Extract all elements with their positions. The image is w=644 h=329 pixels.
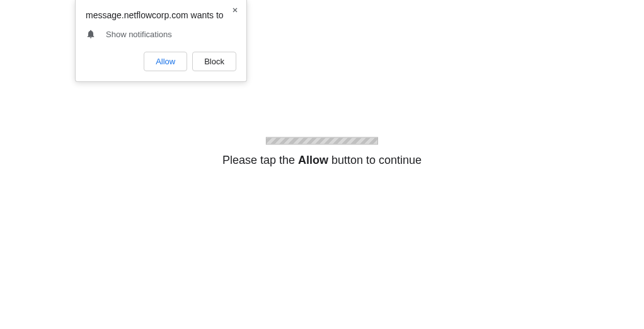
- main-content: Please tap the Allow button to continue: [222, 137, 422, 167]
- instruction-prefix: Please tap the: [222, 154, 298, 166]
- block-button[interactable]: Block: [192, 52, 236, 71]
- popup-buttons: Allow Block: [86, 52, 236, 71]
- instruction-text: Please tap the Allow button to continue: [222, 154, 422, 167]
- instruction-suffix: button to continue: [328, 154, 422, 166]
- popup-body: Show notifications: [86, 29, 236, 39]
- notification-permission-popup: message.netflowcorp.com wants to Show no…: [75, 0, 247, 82]
- close-button[interactable]: [230, 5, 240, 15]
- bell-icon: [86, 29, 96, 39]
- allow-button[interactable]: Allow: [144, 52, 187, 71]
- notification-label: Show notifications: [106, 30, 172, 39]
- close-icon: [231, 6, 239, 14]
- instruction-bold: Allow: [298, 154, 328, 166]
- popup-title: message.netflowcorp.com wants to: [86, 10, 236, 20]
- progress-bar: [266, 137, 378, 145]
